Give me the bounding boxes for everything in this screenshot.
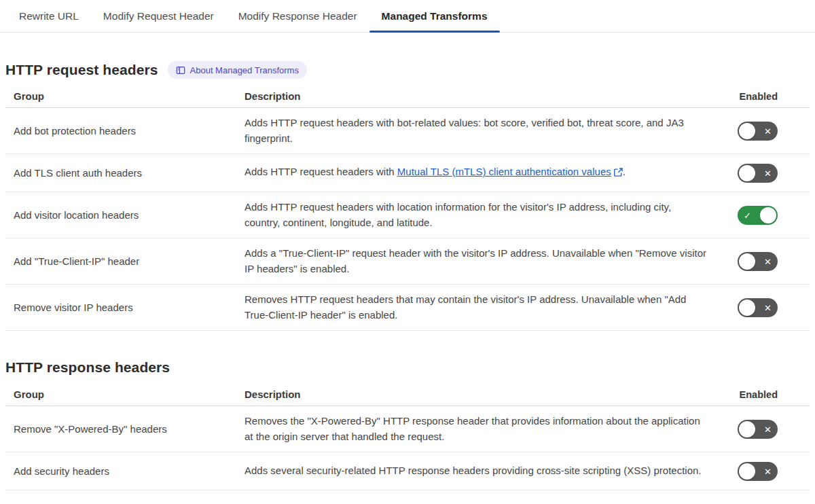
tab-label: Rewrite URL — [19, 10, 79, 22]
row-group-label: Add security headers — [5, 464, 244, 479]
row-description: Removes the "X-Powered-By" HTTP response… — [244, 414, 706, 444]
tab-managed-transforms[interactable]: Managed Transforms — [369, 0, 500, 32]
badge-label: About Managed Transforms — [190, 65, 299, 75]
external-link-icon — [614, 166, 623, 181]
toggle-add-true-client-ip-header[interactable]: ✓ ✕ — [738, 252, 778, 271]
column-header-enabled: Enabled — [740, 389, 810, 400]
tab-label: Managed Transforms — [382, 10, 488, 22]
tab-label: Modify Request Header — [103, 10, 214, 22]
cross-icon: ✕ — [764, 257, 772, 266]
toggle-remove-visitor-ip-headers[interactable]: ✓ ✕ — [738, 298, 778, 317]
http-request-headers-section: HTTP request headers About Managed Trans… — [5, 61, 810, 331]
table-row-add-security-headers: Add security headers Adds several securi… — [5, 452, 810, 490]
cross-icon: ✕ — [764, 168, 772, 177]
description-prefix: Adds HTTP request headers with — [244, 166, 397, 177]
check-icon: ✓ — [744, 211, 751, 219]
row-group-label: Add TLS client auth headers — [5, 166, 244, 181]
toggle-add-tls-client-auth-headers[interactable]: ✓ ✕ — [738, 164, 778, 183]
tab-modify-request-header[interactable]: Modify Request Header — [91, 0, 226, 32]
table-row-add-true-client-ip-header: Add "True-Client-IP" header Adds a "True… — [5, 238, 810, 285]
tab-label: Modify Response Header — [238, 10, 357, 22]
row-group-label: Remove "X-Powered-By" headers — [5, 422, 244, 437]
transform-rules-tabbar: Rewrite URL Modify Request Header Modify… — [0, 0, 815, 33]
cross-icon: ✕ — [764, 425, 772, 433]
cross-icon: ✕ — [764, 303, 772, 312]
column-header-enabled: Enabled — [740, 91, 810, 102]
column-header-description: Description — [244, 89, 706, 105]
row-description: Adds HTTP request headers with location … — [244, 200, 706, 230]
toggle-knob — [739, 165, 755, 181]
row-group-label: Add bot protection headers — [5, 124, 244, 139]
toggle-knob — [739, 421, 755, 437]
toggle-knob — [739, 123, 755, 139]
toggle-knob — [739, 300, 755, 316]
row-description: Adds a "True-Client-IP" request header w… — [244, 246, 706, 276]
toggle-add-bot-protection-headers[interactable]: ✓ ✕ — [738, 122, 778, 141]
column-header-group: Group — [5, 89, 244, 104]
section-title: HTTP response headers — [5, 359, 170, 376]
row-group-label: Remove visitor IP headers — [5, 300, 244, 315]
row-description: Removes HTTP request headers that may co… — [244, 292, 706, 323]
request-table-header: Group Description Enabled — [5, 86, 810, 108]
row-description: Adds HTTP request headers with bot-relat… — [244, 115, 706, 146]
row-description: Adds several security-related HTTP respo… — [244, 463, 706, 479]
table-row-add-tls-client-auth-headers: Add TLS client auth headers Adds HTTP re… — [5, 154, 810, 192]
column-header-group: Group — [5, 387, 244, 402]
toggle-knob — [739, 463, 755, 480]
toggle-add-security-headers[interactable]: ✓ ✕ — [738, 462, 778, 481]
http-response-headers-section: HTTP response headers Group Description … — [5, 359, 810, 490]
description-suffix: . — [623, 166, 626, 177]
table-row-remove-visitor-ip-headers: Remove visitor IP headers Removes HTTP r… — [5, 285, 810, 331]
table-row-add-bot-protection-headers: Add bot protection headers Adds HTTP req… — [5, 108, 810, 154]
toggle-knob — [739, 253, 755, 270]
book-icon — [176, 66, 185, 75]
mtls-docs-link[interactable]: Mutual TLS (mTLS) client authentication … — [397, 166, 611, 177]
cross-icon: ✕ — [764, 467, 772, 475]
row-description: Adds HTTP request headers with Mutual TL… — [244, 164, 706, 181]
toggle-knob — [760, 207, 776, 223]
toggle-remove-x-powered-by-headers[interactable]: ✓ ✕ — [738, 420, 778, 439]
tab-rewrite-url[interactable]: Rewrite URL — [7, 0, 91, 32]
table-row-add-visitor-location-headers: Add visitor location headers Adds HTTP r… — [5, 192, 810, 238]
row-group-label: Add visitor location headers — [5, 208, 244, 223]
table-row-remove-x-powered-by-headers: Remove "X-Powered-By" headers Removes th… — [5, 406, 810, 452]
cross-icon: ✕ — [764, 126, 772, 135]
section-title: HTTP request headers — [5, 62, 158, 78]
row-group-label: Add "True-Client-IP" header — [5, 254, 244, 269]
response-table-header: Group Description Enabled — [5, 384, 810, 406]
toggle-add-visitor-location-headers[interactable]: ✓ ✕ — [738, 206, 778, 225]
column-header-description: Description — [244, 387, 706, 403]
about-managed-transforms-badge[interactable]: About Managed Transforms — [168, 61, 307, 79]
tab-modify-response-header[interactable]: Modify Response Header — [226, 0, 369, 32]
